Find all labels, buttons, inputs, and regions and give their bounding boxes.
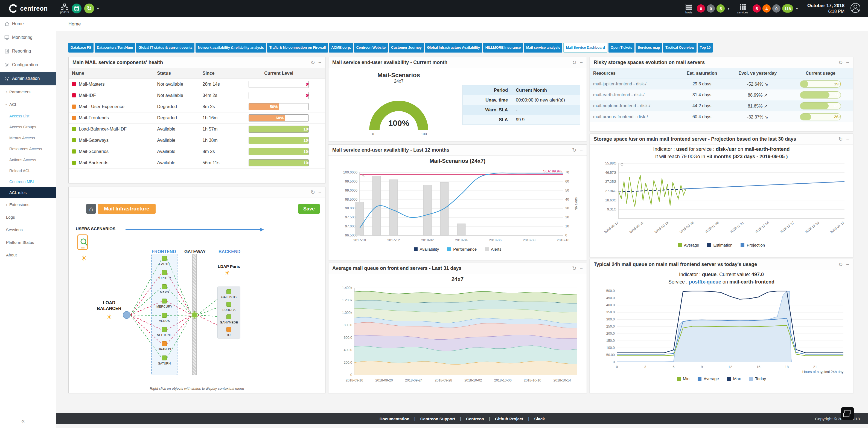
refresh-icon[interactable]: ↻ xyxy=(572,265,577,272)
tab-mail-service-dashboard[interactable]: Mail Service Dashboard xyxy=(563,43,607,53)
sidebar-item-monitoring[interactable]: Monitoring xyxy=(0,31,56,44)
sidebar-item-acl-rules[interactable]: ACL rules xyxy=(0,187,56,198)
infrastructure-badge[interactable]: Mail Infrastructure xyxy=(98,204,156,214)
infrastructure-node-europa[interactable]: EUROPA xyxy=(218,302,240,311)
collapse-icon[interactable]: − xyxy=(846,60,849,66)
table-row[interactable]: Mail-FrontendsDegraded1h 16m60% xyxy=(69,112,325,123)
sidebar-item-centreon-mbi[interactable]: Centreon MBI xyxy=(0,176,56,187)
table-row[interactable]: Mail-GatewaysAvailable1h 38m100% xyxy=(69,135,325,146)
infrastructure-node-uranus[interactable]: URANUS xyxy=(153,341,175,351)
infrastructure-node-saturn[interactable]: SATURN xyxy=(153,355,175,365)
sidebar-item-logs[interactable]: Logs xyxy=(0,211,56,223)
refresh-icon[interactable]: ↻ xyxy=(311,59,315,66)
table-row[interactable]: Mail - User ExperienceDegraded8m 2s50% xyxy=(69,101,325,112)
services-menu[interactable]: services xyxy=(737,3,748,14)
tab-trafic-nb-connection-on-firewall[interactable]: Trafic & Nb connection on Firewall xyxy=(267,43,328,53)
infrastructure-node-gallisto[interactable]: GALLISTO xyxy=(218,289,240,299)
sidebar-item-platform-status[interactable]: Platform Status xyxy=(0,236,56,249)
tab-centreon-website[interactable]: Centreon Website xyxy=(354,43,388,53)
hosts-status-badge[interactable]: 5 xyxy=(716,4,725,12)
table-row[interactable]: mail-neptune-frontend - disk-/44.2 days8… xyxy=(590,101,853,111)
sidebar-collapse-button[interactable]: « xyxy=(21,418,25,425)
table-row[interactable]: mail-jupiter-frontend - disk-/29.3 days-… xyxy=(590,79,853,89)
refresh-icon[interactable]: ↻ xyxy=(311,189,315,195)
tab-global-infrastructure-availability[interactable]: Global Infrastructure Availability xyxy=(425,43,482,53)
footer-link[interactable]: Centreon xyxy=(466,417,484,421)
tab-network-availability-reliability-analysis[interactable]: Network availability & reliability analy… xyxy=(195,43,266,53)
infrastructure-node-mercury[interactable]: MERCURY xyxy=(153,298,175,308)
tab-tactical-overview[interactable]: Tactical Overview xyxy=(663,43,696,53)
services-status-badge[interactable]: 5 xyxy=(753,4,761,12)
scheduler-status-icon[interactable]: ↻ xyxy=(84,4,94,13)
infrastructure-node-neptune[interactable]: NEPTUNE xyxy=(153,327,175,337)
sidebar-item-parameters[interactable]: ›Parameters xyxy=(0,85,56,98)
hosts-status-badge[interactable]: 0 xyxy=(697,4,705,12)
infrastructure-node-mars[interactable]: MARS xyxy=(153,284,175,294)
infrastructure-node-jupiter[interactable]: JUPITER xyxy=(153,270,175,280)
table-row[interactable]: Mail-MastersNot available28m 14s0% xyxy=(69,79,325,90)
collapse-icon[interactable]: − xyxy=(318,189,321,195)
sidebar-item-access-list[interactable]: Access List xyxy=(0,111,56,121)
refresh-icon[interactable]: ↻ xyxy=(838,261,843,268)
tab-acme-corp-[interactable]: ACME corp. xyxy=(329,43,353,53)
hosts-status-badge[interactable]: 0 xyxy=(707,4,715,12)
infrastructure-node-ganymede[interactable]: GANYMEDE xyxy=(218,314,240,324)
gateway-node[interactable] xyxy=(191,312,198,318)
services-status-badge[interactable]: 118 xyxy=(782,4,793,12)
sidebar-item-actions-access[interactable]: Actions Access xyxy=(0,154,56,165)
breadcrumb[interactable]: Home xyxy=(68,21,81,27)
tab-top-10[interactable]: Top 10 xyxy=(698,43,713,53)
table-row[interactable]: Mail-IDFNot available34m 2s0% xyxy=(69,90,325,101)
hosts-menu[interactable]: hosts xyxy=(685,3,692,14)
sidebar-item-resources-access[interactable]: Resources Access xyxy=(0,143,56,154)
tab-mail-service-analysis[interactable]: Mail service analysis xyxy=(524,43,562,53)
user-avatar[interactable] xyxy=(850,2,861,15)
tab-datacenters-tem-hum[interactable]: Datacenters Tem/Hum xyxy=(95,43,135,53)
infrastructure-node-venus[interactable]: VENUS xyxy=(153,313,175,322)
tab-services-map[interactable]: Services map xyxy=(636,43,662,53)
sidebar-item-about[interactable]: About xyxy=(0,249,56,261)
tab-database-fs[interactable]: Database FS xyxy=(68,43,94,53)
infrastructure-node-io[interactable]: IO xyxy=(218,327,240,337)
refresh-icon[interactable]: ↻ xyxy=(572,147,577,153)
sidebar-item-reporting[interactable]: Reporting xyxy=(0,44,56,58)
table-row[interactable]: Load-Balancer-Mail-IDFAvailable1h 57m100… xyxy=(69,123,325,135)
load-balancer-node[interactable] xyxy=(123,311,130,319)
tab-hillmore-insurance[interactable]: HILLMORE Insurance xyxy=(483,43,523,53)
collapse-icon[interactable]: − xyxy=(846,136,849,142)
sidebar-item-extensions[interactable]: ›Extensions xyxy=(0,198,56,211)
sidebar-item-acl[interactable]: ›ACL xyxy=(0,98,56,111)
tab-open-tickets[interactable]: Open Tickets xyxy=(609,43,634,53)
sidebar-item-sessions[interactable]: Sessions xyxy=(0,223,56,236)
sidebar-item-reload-acl[interactable]: Reload ACL xyxy=(0,165,56,176)
chevron-down-icon[interactable]: ▾ xyxy=(727,6,730,11)
collapse-icon[interactable]: − xyxy=(580,265,583,272)
footer-link[interactable]: Centreon Support xyxy=(420,417,455,421)
services-status-badge[interactable]: 4 xyxy=(763,4,771,12)
sidebar-item-configuration[interactable]: Configuration xyxy=(0,58,56,72)
infrastructure-node-earth[interactable]: EARTH xyxy=(153,256,175,265)
table-row[interactable]: mail-earth-frontend - disk-/31.4 days88.… xyxy=(590,89,853,101)
table-row[interactable]: Mail-BackendsAvailable56m 11s100% xyxy=(69,157,325,168)
refresh-icon[interactable]: ↻ xyxy=(838,136,843,142)
home-icon[interactable]: ⌂ xyxy=(86,204,96,214)
collapse-icon[interactable]: − xyxy=(580,147,583,153)
refresh-icon[interactable]: ↻ xyxy=(838,59,843,66)
table-row[interactable]: mail-uranus-frontend - disk-/60.4 days-3… xyxy=(590,111,853,122)
services-status-badge[interactable]: 0 xyxy=(772,4,780,12)
footer-link[interactable]: Github Project xyxy=(495,417,523,421)
collapse-icon[interactable]: − xyxy=(318,60,321,66)
tab-global-it-status-current-events[interactable]: Global IT status & current events xyxy=(136,43,194,53)
sidebar-item-home[interactable]: Home xyxy=(0,17,56,31)
sidebar-item-menus-access[interactable]: Menus Access xyxy=(0,133,56,143)
table-row[interactable]: Mail-ScenariosAvailable8m 2s100% xyxy=(69,146,325,157)
tab-customer-journey[interactable]: Customer Journey xyxy=(389,43,424,53)
refresh-icon[interactable]: ↻ xyxy=(572,59,577,66)
chevron-down-icon[interactable]: ▾ xyxy=(796,6,798,11)
database-status-icon[interactable] xyxy=(72,4,82,13)
save-button[interactable]: Save xyxy=(298,204,320,214)
collapse-icon[interactable]: − xyxy=(846,262,849,268)
fullscreen-toggle-button[interactable] xyxy=(841,407,854,420)
pollers-menu[interactable]: pollers xyxy=(60,4,69,14)
chevron-down-icon[interactable]: ▾ xyxy=(97,6,99,11)
